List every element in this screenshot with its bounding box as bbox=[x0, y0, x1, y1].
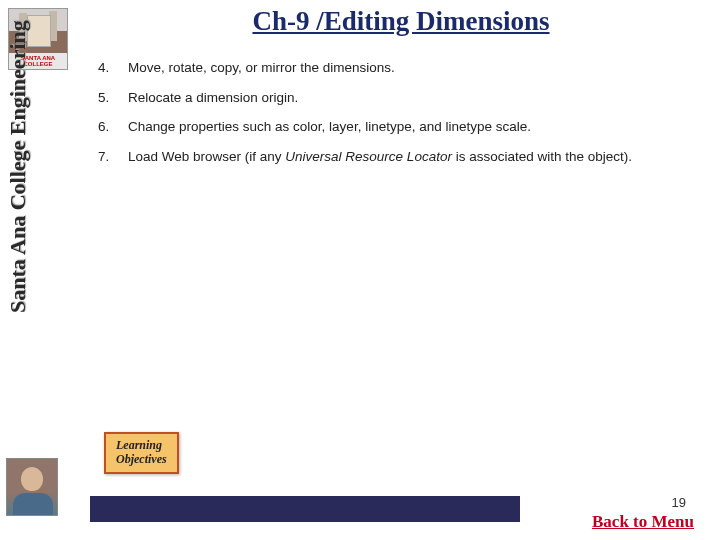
item-number: 5. bbox=[98, 89, 128, 107]
sidebar: SANTA ANA COLLEGE Santa Ana College Engi… bbox=[0, 0, 72, 540]
content-area: Ch-9 /Editing Dimensions 4. Move, rotate… bbox=[90, 0, 712, 540]
learning-objectives-button[interactable]: Learning Objectives bbox=[104, 432, 179, 474]
bottom-color-bar bbox=[90, 496, 520, 522]
list-item: 6. Change properties such as color, laye… bbox=[98, 118, 712, 136]
list-item: 4. Move, rotate, copy, or mirror the dim… bbox=[98, 59, 712, 77]
sidebar-photo bbox=[6, 458, 58, 516]
learning-line2: Objectives bbox=[116, 453, 167, 467]
item-number: 6. bbox=[98, 118, 128, 136]
learning-line1: Learning bbox=[116, 439, 167, 453]
list-item: 5. Relocate a dimension origin. bbox=[98, 89, 712, 107]
list-item: 7. Load Web browser (if any Universal Re… bbox=[98, 148, 712, 166]
item-text: Load Web browser (if any Universal Resou… bbox=[128, 148, 712, 166]
item-text: Move, rotate, copy, or mirror the dimens… bbox=[128, 59, 712, 77]
numbered-list: 4. Move, rotate, copy, or mirror the dim… bbox=[98, 59, 712, 165]
sidebar-vertical-title: Santa Ana College Engineering bbox=[5, 20, 31, 313]
item-number: 7. bbox=[98, 148, 128, 166]
item-text: Change properties such as color, layer, … bbox=[128, 118, 712, 136]
slide-title: Ch-9 /Editing Dimensions bbox=[90, 6, 712, 37]
item-text: Relocate a dimension origin. bbox=[128, 89, 712, 107]
page-number: 19 bbox=[672, 495, 686, 510]
back-to-menu-link[interactable]: Back to Menu bbox=[592, 512, 694, 532]
item-number: 4. bbox=[98, 59, 128, 77]
